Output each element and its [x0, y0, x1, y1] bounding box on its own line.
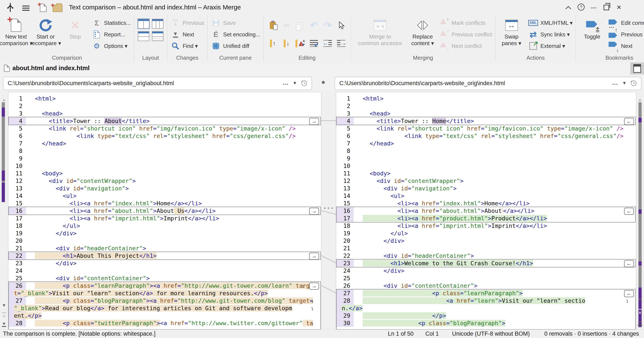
- copy-button[interactable]: [294, 17, 306, 34]
- code-line[interactable]: 2: [336, 102, 636, 110]
- previous-button[interactable]: ▲Previous: [170, 18, 204, 28]
- code-line[interactable]: 28 <p class="twitterParagraph"><a href="…: [8, 320, 321, 327]
- change-marker[interactable]: [638, 118, 642, 122]
- code-line[interactable]: 6 <link type="text/css" rel="stylesheet"…: [8, 132, 321, 140]
- next-block-button[interactable]: ↓: [280, 35, 293, 52]
- pane-layout-button[interactable]: [630, 62, 644, 74]
- code-line[interactable]: 24: [8, 267, 321, 274]
- accept-lines-button[interactable]: ✓: [308, 35, 320, 52]
- chevron-up-icon[interactable]: [564, 4, 573, 12]
- code-line[interactable]: t="_blank">Visit our "learn" section</a>…: [8, 290, 321, 297]
- left-code-pane[interactable]: 1<html>23 <head>4 <title>Tower :: About<…: [8, 92, 321, 330]
- next-button[interactable]: ▼Next: [170, 29, 204, 40]
- code-line[interactable]: 27 <p class="learnParagraph">: [336, 290, 636, 297]
- layout-two-rows[interactable]: [137, 31, 150, 42]
- code-line[interactable]: 17 <li><a href="product.html">Product</a…: [336, 214, 636, 222]
- paste-button[interactable]: [266, 17, 279, 34]
- copy-change-left-button[interactable]: ←: [624, 208, 634, 215]
- mark-conflicts-button[interactable]: !+Mark conflicts: [439, 18, 492, 28]
- copy-change-right-button[interactable]: →: [309, 118, 319, 125]
- code-line[interactable]: 23 </div>: [8, 260, 321, 267]
- code-line[interactable]: 1<html>: [8, 95, 321, 102]
- code-line[interactable]: 14 <ul>: [8, 192, 321, 200]
- code-line[interactable]: 16 <li><a href="about.html">About Us</a>…: [8, 207, 321, 214]
- code-line[interactable]: 3 <head>: [336, 110, 636, 117]
- code-line[interactable]: 29 </p>: [336, 312, 636, 320]
- next-button[interactable]: ↓Next: [608, 41, 644, 51]
- copy-change-right-button[interactable]: →: [309, 253, 319, 260]
- status-encoding[interactable]: Unicode (UTF-8 without BOM): [452, 330, 530, 337]
- browse-ellipsis-icon[interactable]: …: [612, 79, 618, 86]
- new-text-comparison-button[interactable]: +New textcomparison ▾: [3, 17, 29, 54]
- next-difference-icon[interactable]: ▼: [638, 320, 642, 326]
- start-or-recompare-button[interactable]: Start orrecompare ▾: [32, 17, 58, 54]
- code-line[interactable]: 10: [8, 162, 321, 170]
- code-line[interactable]: 24 </div>: [336, 267, 636, 274]
- code-line[interactable]: 5 <link rel="shortcut icon" href="img/fa…: [336, 125, 636, 132]
- code-line[interactable]: 20: [8, 237, 321, 244]
- code-line[interactable]: 16 <li><a href="about.html">About</a></l…: [336, 207, 636, 214]
- save-button[interactable]: Save: [211, 18, 260, 28]
- code-line[interactable]: 15 <li><a href="index.html">Home</a></li…: [336, 200, 636, 207]
- code-line[interactable]: 26 <p class="learnParagraph"><a href="ht…: [8, 282, 321, 290]
- set-encoding-button[interactable]: ÉSet encoding...: [211, 29, 260, 40]
- code-line[interactable]: 27 <p class="blogParagraph"><a href="htt…: [8, 297, 321, 304]
- copy-change-right-button[interactable]: →: [309, 208, 319, 215]
- options-button[interactable]: ⚙Options ▾: [92, 41, 131, 51]
- close-button[interactable]: ✕: [614, 4, 624, 12]
- unified-diff-button[interactable]: Unified diff: [211, 41, 260, 51]
- change-marker[interactable]: [638, 262, 642, 266]
- code-line[interactable]: 9: [336, 155, 636, 162]
- scroll-up-icon[interactable]: ▲: [2, 97, 7, 102]
- tab-comparison[interactable]: about.html and index.html: [12, 64, 90, 72]
- code-line[interactable]: 7 </head>: [336, 140, 636, 147]
- select-pointer-button[interactable]: [335, 17, 348, 34]
- previous-difference-icon[interactable]: ▲: [2, 312, 6, 318]
- layout-two-columns[interactable]: [137, 18, 150, 29]
- indent-button[interactable]: →: [335, 35, 348, 52]
- code-line[interactable]: 23 <h1>Welcome to the Git Crash Course!<…: [336, 260, 636, 267]
- next-difference-icon[interactable]: ▼: [2, 322, 6, 327]
- previous-button[interactable]: ↑Previous: [608, 29, 644, 40]
- layout-three-columns[interactable]: [152, 18, 164, 29]
- replace-content-button[interactable]: Replacecontent ▾: [410, 17, 436, 54]
- code-line[interactable]: 6 <link type="text/css" rel="stylesheet"…: [336, 132, 636, 140]
- previous-conflict-button[interactable]: !↑Previous conflict: [439, 29, 492, 40]
- code-line[interactable]: 1<html>: [336, 95, 636, 102]
- swap-panes-button[interactable]: ↔Swappanes ▾: [498, 17, 524, 54]
- code-line[interactable]: 14 <ul>: [336, 192, 636, 200]
- scroll-up-icon[interactable]: ▲: [637, 97, 642, 102]
- code-line[interactable]: 8: [336, 147, 636, 155]
- copy-change-right-button[interactable]: →: [309, 282, 319, 290]
- code-line[interactable]: 19 </div>: [8, 230, 321, 237]
- change-marker[interactable]: [2, 108, 5, 116]
- chevron-down-icon[interactable]: ▼: [622, 81, 626, 86]
- code-line[interactable]: 13 <div id="navigation">: [8, 184, 321, 192]
- find-button[interactable]: Find ▾: [170, 41, 204, 51]
- history-icon[interactable]: [301, 80, 308, 88]
- change-marker[interactable]: [2, 183, 5, 202]
- redo-button[interactable]: ↷: [321, 17, 334, 34]
- sync-links-button[interactable]: ⇄Sync links ▾: [528, 29, 573, 40]
- code-line[interactable]: 21: [336, 244, 636, 252]
- code-line[interactable]: 22 <h1>About This Project</h1>: [8, 252, 321, 260]
- code-line[interactable]: 5 <link rel="shortcut icon" href="img/fa…: [8, 125, 321, 132]
- undo-button[interactable]: ↶: [308, 17, 320, 34]
- statistics-button[interactable]: ΣStatistics...: [92, 18, 131, 28]
- code-line[interactable]: 4 <title>Tower :: Home</title>: [336, 117, 636, 125]
- code-line[interactable]: 9: [8, 155, 321, 162]
- code-line[interactable]: 30 <p class="blogParagraph">: [336, 320, 636, 327]
- code-line[interactable]: 2: [8, 102, 321, 110]
- code-line[interactable]: 18 <li><a href="imprint.html">Imprint</a…: [336, 222, 636, 230]
- code-line[interactable]: 7 </head>: [8, 140, 321, 147]
- code-line[interactable]: 8: [8, 147, 321, 155]
- copy-change-left-button[interactable]: ←: [624, 118, 634, 125]
- code-line[interactable]: 4 <title>Tower :: About</title>: [8, 117, 321, 125]
- history-icon[interactable]: [630, 80, 637, 88]
- right-overview-strip[interactable]: ▲▼▲▼: [636, 92, 644, 330]
- cut-button[interactable]: ✂: [280, 17, 293, 34]
- code-line[interactable]: 25: [336, 274, 636, 282]
- left-path[interactable]: C:\Users\brunobrito\Documents\carparts-w…: [8, 80, 174, 87]
- code-line[interactable]: "_blank">Read our blog</a> for interesti…: [8, 304, 321, 312]
- code-line[interactable]: 10: [336, 162, 636, 170]
